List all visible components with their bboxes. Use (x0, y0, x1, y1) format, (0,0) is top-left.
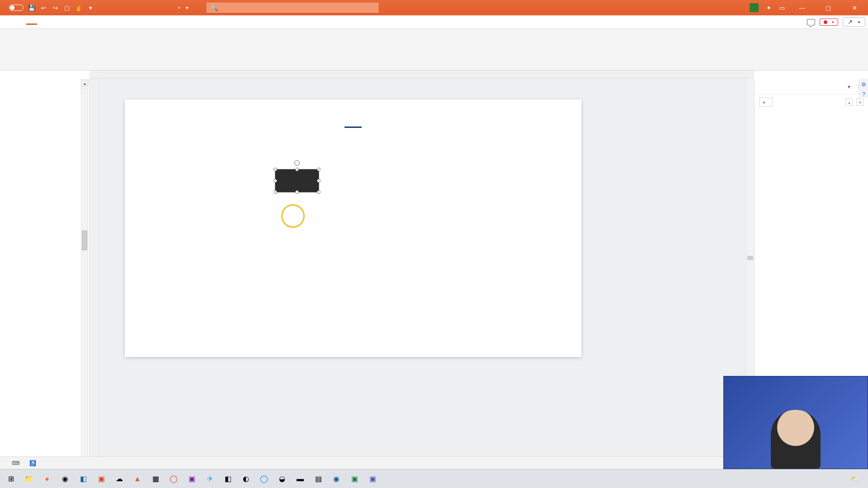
task-app8-icon[interactable]: ▤ (310, 472, 326, 486)
thumb-scroll-up[interactable]: ▴ (81, 80, 88, 87)
qat-more-icon[interactable]: ▾ (87, 4, 94, 11)
play-all-button[interactable]: ▸ (759, 98, 773, 107)
pane-help-icon[interactable]: ? (862, 91, 865, 98)
user-avatar[interactable] (750, 3, 759, 12)
comments-icon[interactable] (807, 19, 815, 25)
task-obs-icon[interactable]: ◐ (238, 472, 254, 486)
task-chrome-icon[interactable]: ◉ (57, 472, 73, 486)
slide[interactable] (125, 99, 581, 357)
task-app6-icon[interactable]: ◒ (274, 472, 290, 486)
tab-hilfe[interactable] (144, 19, 155, 25)
ruler-vertical (90, 79, 99, 473)
tab-animationen[interactable] (73, 19, 84, 25)
search-icon: 🔍 (211, 5, 218, 11)
pane-chevron-icon[interactable]: ▾ (848, 84, 850, 90)
webcam-overlay (723, 376, 868, 469)
menu-bar: ▾ ↗▾ (0, 15, 868, 29)
tab-ueberpruefen[interactable] (108, 19, 119, 25)
tile-grid (199, 136, 507, 248)
thumb-scroll-handle[interactable] (82, 230, 87, 250)
resize-handle-e[interactable] (317, 179, 321, 183)
accessibility-icon: ♿ (29, 460, 36, 466)
save-icon[interactable]: 💾 (28, 4, 35, 11)
autosave-toggle[interactable] (9, 5, 24, 11)
slideshow-mini-icon[interactable]: ▢ (63, 4, 71, 11)
slide-canvas[interactable] (99, 79, 754, 473)
search-box[interactable]: 🔍 (207, 3, 378, 13)
task-firefox-icon[interactable]: ● (39, 472, 55, 486)
task-edge-icon[interactable]: ◉ (328, 472, 344, 486)
task-app5-icon[interactable]: ◯ (256, 472, 272, 486)
undo-icon[interactable]: ↩ (40, 4, 47, 11)
task-app3-icon[interactable]: ◯ (165, 472, 182, 486)
start-button[interactable]: ⊞ (3, 472, 19, 486)
canvas-scroll-handle[interactable] (747, 256, 753, 260)
resize-handle-se[interactable] (317, 190, 321, 194)
task-app1-icon[interactable]: ☁ (111, 472, 127, 486)
rotate-handle-icon[interactable] (294, 160, 300, 166)
tab-entwurf[interactable] (50, 19, 61, 25)
task-app2-icon[interactable]: ▦ (147, 472, 164, 486)
move-down-button[interactable]: ▾ (856, 99, 863, 106)
ribbon-display-icon[interactable]: ▭ (778, 4, 786, 11)
weather-icon[interactable]: ⛅ (851, 475, 858, 482)
task-onenote-icon[interactable]: ▣ (184, 472, 200, 486)
task-app4-icon[interactable]: ◧ (220, 472, 236, 486)
thumb-scrollbar[interactable] (81, 88, 88, 464)
task-teams-icon[interactable]: ▣ (364, 472, 381, 486)
task-outlook-icon[interactable]: ◧ (75, 472, 91, 486)
pane-settings-icon[interactable]: ⚙ (861, 81, 866, 88)
windows-taskbar: ⊞ 📁 ● ◉ ◧ ▣ ☁ ▲ ▦ ◯ ▣ ✈ ◧ ◐ ◯ ◒ ▬ ▤ ◉ ▣ … (0, 469, 868, 488)
status-accessibility[interactable]: ♿ (29, 460, 36, 466)
play-icon: ▸ (763, 99, 766, 105)
ribbon (0, 29, 868, 70)
tab-zoom[interactable] (156, 19, 166, 25)
tab-zeichnen[interactable] (38, 19, 49, 25)
resize-handle-n[interactable] (295, 168, 299, 171)
title-chevron-icon[interactable]: ▾ (186, 5, 189, 11)
tab-aufzeichnen[interactable] (97, 19, 108, 25)
resize-handle-ne[interactable] (317, 168, 321, 171)
resize-handle-nw[interactable] (274, 168, 277, 171)
task-app7-icon[interactable]: ▬ (292, 472, 308, 486)
slide-thumbnails: ▴ ▾ (0, 79, 90, 473)
ribbon-tabs (3, 19, 166, 25)
task-explorer-icon[interactable]: 📁 (21, 472, 37, 486)
task-powerpoint-icon[interactable]: ▣ (93, 472, 109, 486)
task-vlc-icon[interactable]: ▲ (129, 472, 146, 486)
redo-icon[interactable]: ↪ (52, 4, 59, 11)
language-icon: ⌨ (12, 460, 19, 466)
resize-handle-s[interactable] (295, 190, 299, 194)
coming-soon-icon[interactable]: ✦ (765, 4, 772, 11)
tab-uebergaenge[interactable] (61, 19, 72, 25)
task-telegram-icon[interactable]: ✈ (202, 472, 218, 486)
tab-dictation[interactable] (132, 19, 143, 25)
resize-handle-w[interactable] (274, 179, 277, 183)
minimize-button[interactable]: — (792, 0, 812, 15)
task-excel-icon[interactable]: ▣ (346, 472, 363, 486)
touch-mode-icon[interactable]: ☝ (75, 4, 82, 11)
resize-handle-sw[interactable] (274, 190, 277, 194)
title-underline (344, 127, 362, 128)
share-icon: ↗ (848, 19, 853, 25)
share-button[interactable]: ↗▾ (843, 17, 865, 27)
maximize-button[interactable]: ▢ (818, 0, 838, 15)
tab-einfuegen[interactable] (26, 19, 37, 25)
tab-datei[interactable] (3, 19, 14, 25)
close-button[interactable]: ✕ (844, 0, 864, 15)
move-up-button[interactable]: ▴ (845, 99, 853, 106)
status-language[interactable]: ⌨ (12, 460, 21, 466)
tab-start[interactable] (14, 19, 25, 25)
title-bar: 💾 ↩ ↪ ▢ ☝ ▾ • ▾ 🔍 ✦ ▭ — ▢ ✕ (0, 0, 868, 15)
tab-ansicht[interactable] (120, 19, 131, 25)
tab-bildschirmpraesentation[interactable] (85, 19, 96, 25)
selected-object[interactable] (275, 169, 319, 192)
ruler-horizontal (90, 70, 754, 79)
record-button[interactable]: ▾ (820, 19, 838, 26)
